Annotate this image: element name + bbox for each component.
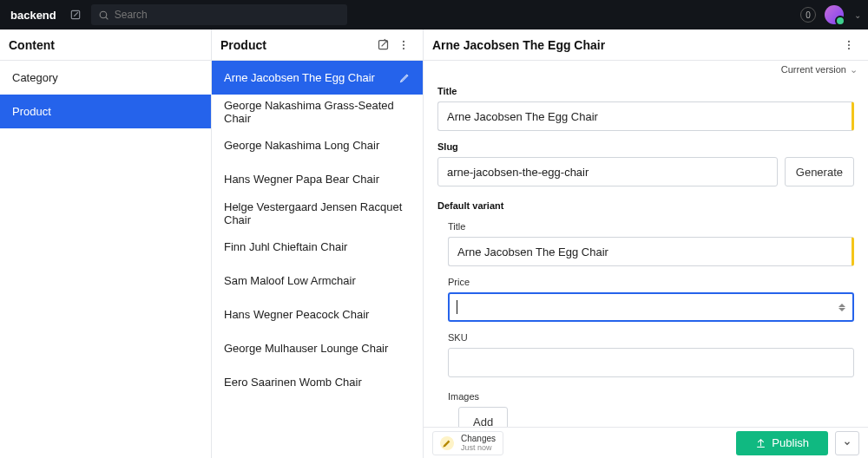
title-label: Title (437, 86, 854, 96)
detail-title: Arne Jacobsen The Egg Chair (432, 38, 605, 52)
entry-item[interactable]: Finn Juhl Chieftain Chair (212, 230, 423, 264)
entry-item[interactable]: Hans Wegner Papa Bear Chair (212, 162, 423, 196)
search-icon (98, 10, 109, 21)
svg-point-3 (403, 40, 404, 42)
list-item-label: Hans Wegner Peacock Chair (224, 308, 369, 321)
publish-dropdown[interactable] (835, 431, 859, 455)
content-types-panel: Content Category Product (0, 29, 212, 458)
sku-label: SKU (448, 332, 854, 343)
entry-item[interactable]: George Mulhauser Lounge Chair (212, 331, 423, 365)
entries-title: Product (220, 38, 266, 52)
svg-point-1 (100, 11, 107, 18)
entry-item[interactable]: Helge Vestergaard Jensen Racquet Chair (212, 196, 423, 230)
entry-item[interactable]: Hans Wegner Peacock Chair (212, 298, 423, 331)
number-stepper[interactable] (838, 299, 849, 315)
version-label: Current version (781, 64, 846, 75)
content-type-item-category[interactable]: Category (0, 61, 211, 95)
svg-point-5 (403, 48, 404, 49)
content-type-item-product[interactable]: Product (0, 95, 211, 128)
publish-label: Publish (772, 436, 809, 449)
sku-input[interactable] (448, 348, 854, 377)
edit-brand-icon[interactable] (69, 8, 82, 22)
chevron-down-icon[interactable]: ⌄ (854, 10, 861, 20)
publish-button[interactable]: Publish (736, 431, 828, 455)
variant-title-label: Title (448, 221, 854, 232)
bottom-bar: Changes Just now Publish (424, 427, 868, 458)
generate-button[interactable]: Generate (785, 157, 854, 186)
list-item-label: Hans Wegner Papa Bear Chair (224, 173, 379, 186)
search-container (91, 4, 347, 25)
entry-item[interactable]: Sam Maloof Low Armchair (212, 264, 423, 298)
changes-pill[interactable]: Changes Just now (432, 431, 503, 455)
entries-panel: Product Arne Jacobsen The Egg Chair Geor… (212, 29, 424, 458)
list-item-label: Category (12, 71, 58, 84)
svg-point-4 (403, 43, 404, 45)
notifications-badge[interactable]: 0 (800, 7, 816, 23)
entry-item[interactable]: Eero Saarinen Womb Chair (212, 365, 423, 399)
list-item-label: Sam Maloof Low Armchair (224, 274, 356, 287)
list-item-label: Eero Saarinen Womb Chair (224, 376, 362, 389)
detail-panel: Arne Jacobsen The Egg Chair Current vers… (424, 29, 868, 458)
entry-item[interactable]: George Nakashima Grass-Seated Chair (212, 95, 423, 128)
list-item-label: Arne Jacobsen The Egg Chair (224, 71, 375, 84)
avatar[interactable] (825, 5, 844, 24)
more-icon[interactable] (393, 35, 414, 56)
slug-input[interactable] (437, 157, 778, 186)
default-variant-label: Default variant (437, 200, 854, 211)
detail-header: Arne Jacobsen The Egg Chair (424, 29, 868, 61)
detail-more-icon[interactable] (838, 35, 859, 56)
list-item-label: George Mulhauser Lounge Chair (224, 342, 388, 355)
new-entry-icon[interactable] (372, 35, 393, 56)
title-input[interactable] (437, 101, 854, 131)
svg-point-6 (848, 40, 850, 42)
entry-item[interactable]: Arne Jacobsen The Egg Chair (212, 61, 423, 95)
pencil-icon[interactable] (399, 72, 411, 83)
svg-point-7 (848, 43, 850, 45)
pencil-icon (440, 436, 454, 450)
version-select[interactable]: Current version ⌄ (424, 61, 868, 75)
text-cursor (457, 300, 457, 314)
images-label: Images (448, 391, 854, 402)
entries-header: Product (212, 29, 423, 61)
list-item-label: Finn Juhl Chieftain Chair (224, 240, 347, 253)
brand[interactable]: backend (7, 9, 60, 22)
chevron-down-icon: ⌄ (850, 64, 858, 75)
content-types-title: Content (9, 38, 55, 52)
list-item-label: Product (12, 105, 51, 118)
search-input[interactable] (115, 9, 340, 21)
list-item-label: George Nakashima Long Chair (224, 139, 379, 152)
entry-item[interactable]: George Nakashima Long Chair (212, 128, 423, 162)
changes-sub: Just now (461, 443, 496, 452)
list-item-label: Helge Vestergaard Jensen Racquet Chair (224, 200, 411, 226)
content-types-header: Content (0, 29, 211, 61)
svg-point-8 (848, 48, 850, 49)
slug-label: Slug (437, 141, 854, 152)
variant-title-input[interactable] (448, 237, 854, 266)
topbar: backend 0 ⌄ (0, 0, 868, 29)
list-item-label: George Nakashima Grass-Seated Chair (224, 99, 411, 125)
price-input[interactable] (448, 292, 854, 322)
price-label: Price (448, 277, 854, 287)
changes-title: Changes (461, 435, 496, 443)
